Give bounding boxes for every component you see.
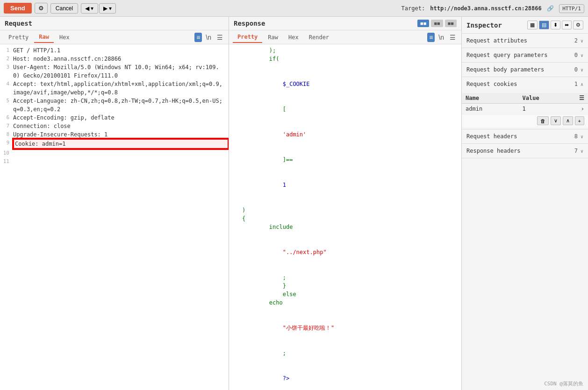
chevron-icon: ∨: [581, 53, 583, 58]
line-number: [229, 189, 242, 198]
line-content: ): [242, 206, 461, 214]
line-content: [242, 97, 461, 105]
chevron-icon: ∨: [581, 38, 583, 43]
request-panel-title: Request: [0, 17, 229, 30]
line-content: Upgrade-Insecure-Requests: 1: [13, 130, 229, 139]
cookie-add-btn[interactable]: +: [575, 116, 584, 125]
line-content: [242, 307, 461, 315]
line-content: echo: [242, 298, 461, 307]
response-line: ?>: [229, 374, 461, 383]
line-number: [229, 130, 242, 139]
target-label: Target:: [402, 5, 425, 12]
response-line: [229, 307, 461, 315]
line-number: [229, 290, 242, 298]
response-view-btn3[interactable]: ■■: [445, 20, 457, 27]
line-number: 7: [0, 122, 13, 130]
response-icon-menu[interactable]: ☰: [448, 33, 458, 42]
http-version-badge: HTTP/1: [559, 4, 584, 13]
cookie-move-down-btn[interactable]: ∨: [551, 116, 561, 125]
inspector-section: Request query parameters0∨: [462, 48, 588, 63]
response-line: echo: [229, 298, 461, 307]
tab-hex-request[interactable]: Hex: [55, 32, 74, 43]
response-line: [229, 198, 461, 206]
response-line: [229, 332, 461, 340]
response-icon-newline[interactable]: \n: [437, 33, 446, 42]
request-icon-newline[interactable]: \n: [204, 33, 213, 42]
request-line: 3User-Agent: Mozilla/5.0 (Windows NT 10.…: [0, 63, 229, 80]
tab-raw-request[interactable]: Raw: [34, 32, 54, 43]
tab-pretty-response[interactable]: Pretty: [233, 32, 262, 43]
inspector-icon-grid[interactable]: ▦: [527, 21, 538, 29]
line-number: 8: [0, 130, 13, 139]
code-span: [242, 333, 269, 340]
line-number: [229, 282, 242, 290]
cookie-move-up-btn[interactable]: ∧: [563, 116, 573, 125]
request-line: 2Host: node3.anna.nssctf.cn:28866: [0, 55, 229, 63]
cookie-value: 1: [519, 104, 576, 114]
tab-render-response[interactable]: Render: [304, 32, 334, 43]
inspector-section: Request cookies1∧NameValue☰admin1›🗑∨∧+: [462, 77, 588, 129]
code-span: [242, 64, 269, 71]
line-number: [229, 298, 242, 307]
inspector-section-label: Request headers: [466, 133, 574, 140]
line-content: ;: [242, 349, 461, 357]
line-number: [229, 240, 242, 248]
link-icon[interactable]: 🔗: [547, 5, 554, 12]
line-number: [229, 223, 242, 231]
target-info: Target: http://node3.anna.nssctf.cn:2886…: [402, 5, 584, 12]
inspector-icon-settings[interactable]: ⚙: [573, 21, 583, 29]
line-content: [242, 332, 461, 340]
tab-pretty-request[interactable]: Pretty: [4, 32, 33, 43]
line-number: [229, 198, 242, 206]
response-line: [229, 231, 461, 240]
line-number: [229, 206, 242, 214]
request-icon-menu[interactable]: ☰: [215, 33, 225, 42]
line-number: [229, 332, 242, 340]
cookie-delete-btn[interactable]: 🗑: [537, 116, 549, 125]
target-url: http://node3.anna.nssctf.cn:28866: [430, 5, 541, 12]
response-code-area[interactable]: ); if( $_COOKIE [ 'admin' ]== 1 ) {: [229, 44, 461, 390]
line-content: Host: node3.anna.nssctf.cn:28866: [13, 55, 229, 63]
line-number: 11: [0, 157, 13, 166]
inspector-section-header[interactable]: Request cookies1∧: [462, 77, 588, 91]
line-content: [242, 256, 461, 265]
inspector-section-header[interactable]: Request query parameters0∨: [462, 48, 588, 62]
inspector-section-header[interactable]: Request headers8∨: [462, 129, 588, 143]
code-span: [242, 98, 269, 104]
line-content: [242, 164, 461, 172]
response-line: 'admin': [229, 130, 461, 139]
line-content: Cookie: admin=1: [13, 139, 229, 149]
request-code-area[interactable]: 1GET / HTTP/1.12Host: node3.anna.nssctf.…: [0, 44, 229, 390]
line-content: [242, 147, 461, 156]
tab-raw-response[interactable]: Raw: [263, 32, 283, 43]
cancel-button[interactable]: Cancel: [50, 3, 78, 14]
cookies-table: NameValue☰admin1›: [462, 93, 588, 114]
send-button[interactable]: Send: [4, 3, 32, 14]
line-content: 1: [242, 181, 461, 189]
inspector-section-header[interactable]: Request body parameters0∨: [462, 63, 588, 77]
response-line: else: [229, 290, 461, 298]
inspector-icon-list[interactable]: ▤: [539, 21, 549, 29]
response-tabs: Pretty Raw Hex Render ≡ \n ☰: [229, 30, 461, 44]
tab-hex-response[interactable]: Hex: [284, 32, 303, 43]
cookie-expand-arrow[interactable]: ›: [575, 104, 588, 114]
settings-button[interactable]: ⚙: [35, 3, 48, 14]
forward-button[interactable]: ▶ ▾: [99, 3, 116, 14]
inspector-icon-align-left[interactable]: ⬍: [551, 21, 560, 29]
inspector-icon-align-right[interactable]: ⬌: [562, 21, 572, 29]
request-icon-msg[interactable]: ≡: [194, 33, 202, 42]
code-span: {: [242, 215, 245, 222]
response-icon-msg[interactable]: ≡: [427, 33, 435, 42]
inspector-section-header[interactable]: Response headers7∨: [462, 144, 588, 158]
line-content: [242, 357, 461, 366]
response-line: [229, 240, 461, 248]
response-view-btn1[interactable]: ■■: [417, 20, 429, 27]
code-span: [242, 190, 269, 197]
response-view-btn2[interactable]: ■■: [431, 20, 443, 27]
inspector-section-header[interactable]: Request attributes2∨: [462, 34, 588, 48]
line-number: [229, 122, 242, 130]
line-number: [229, 147, 242, 156]
inspector-section-count: 8: [574, 133, 578, 140]
response-line: [229, 139, 461, 147]
back-button[interactable]: ◀ ▾: [81, 3, 98, 14]
